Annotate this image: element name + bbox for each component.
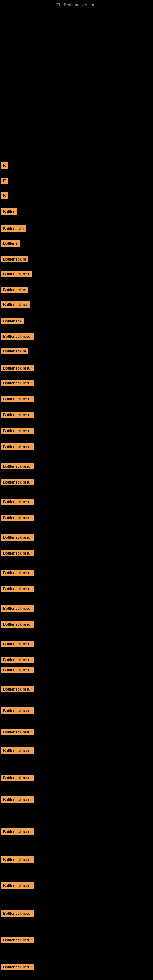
bottleneck-result-30: Bottleneck result xyxy=(1,641,34,647)
bottleneck-result-32: Bottleneck result xyxy=(1,667,34,673)
bottleneck-result-26: Bottleneck result xyxy=(1,570,34,576)
bottleneck-result-41: Bottleneck result xyxy=(1,882,34,889)
bottleneck-result-12: Bottleneck result xyxy=(1,333,34,340)
bottleneck-result-33: Bottleneck result xyxy=(1,686,34,692)
bottleneck-result-39: Bottleneck result xyxy=(1,829,34,835)
bottleneck-result-34: Bottleneck result xyxy=(1,708,34,714)
bottleneck-result-17: Bottleneck result xyxy=(1,412,34,418)
bottleneck-result-14: Bottleneck result xyxy=(1,365,34,371)
bottleneck-result-28: Bottleneck result xyxy=(1,605,34,612)
bottleneck-result-20: Bottleneck result xyxy=(1,463,34,469)
bottleneck-result-9: Bottleneck re xyxy=(1,286,28,293)
bottleneck-result-7: Bottleneck re xyxy=(1,256,28,262)
bottleneck-result-16: Bottleneck result xyxy=(1,396,34,402)
bottleneck-result-23: Bottleneck result xyxy=(1,514,34,521)
bottleneck-result-3: B xyxy=(1,192,8,199)
bottleneck-result-2: E xyxy=(1,178,8,184)
bottleneck-result-42: Bottleneck result xyxy=(1,910,34,916)
bottleneck-result-38: Bottleneck result xyxy=(1,796,34,803)
bottleneck-result-6: Bottlene xyxy=(1,240,19,247)
page-wrapper: TheBottlenecker.com | BEBBottlerBottlene… xyxy=(0,0,153,980)
bottleneck-result-11: Bottleneck xyxy=(1,318,24,324)
bottleneck-result-18: Bottleneck result xyxy=(1,428,34,434)
bottleneck-result-37: Bottleneck result xyxy=(1,775,34,781)
bottleneck-result-5: Bottleneck r xyxy=(1,225,26,232)
bottleneck-result-24: Bottleneck result xyxy=(1,534,34,541)
bottleneck-result-10: Bottleneck res xyxy=(1,301,30,308)
bottleneck-result-35: Bottleneck result xyxy=(1,729,34,735)
bottleneck-result-4: Bottler xyxy=(1,208,16,215)
bottleneck-result-21: Bottleneck result xyxy=(1,479,34,485)
bottleneck-result-13: Bottleneck re xyxy=(1,348,28,354)
bottleneck-result-8: Bottleneck resu xyxy=(1,271,32,277)
bottleneck-result-43: Bottleneck result xyxy=(1,937,34,943)
cursor-indicator: | xyxy=(1,161,152,167)
main-content-area xyxy=(0,9,153,159)
bottleneck-result-40: Bottleneck result xyxy=(1,856,34,863)
bottleneck-result-22: Bottleneck result xyxy=(1,499,34,505)
bottleneck-result-25: Bottleneck result xyxy=(1,550,34,557)
bottleneck-result-44: Bottleneck result xyxy=(1,964,34,970)
bottleneck-result-27: Bottleneck result xyxy=(1,585,34,592)
bottleneck-result-1: B xyxy=(1,162,8,169)
bottleneck-result-36: Bottleneck result xyxy=(1,747,34,754)
bottleneck-result-31: Bottleneck result xyxy=(1,657,34,663)
site-title: TheBottlenecker.com xyxy=(0,0,153,9)
bottleneck-result-15: Bottleneck result xyxy=(1,380,34,386)
bottleneck-result-19: Bottleneck result xyxy=(1,444,34,450)
bottleneck-result-29: Bottleneck result xyxy=(1,621,34,627)
